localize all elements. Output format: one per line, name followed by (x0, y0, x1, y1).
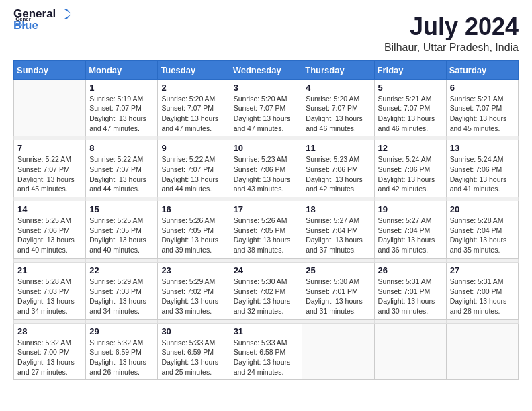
calendar-table: SundayMondayTuesdayWednesdayThursdayFrid… (13, 60, 519, 381)
day-number: 1 (89, 83, 154, 93)
day-info: Sunrise: 5:32 AM Sunset: 7:00 PM Dayligh… (17, 338, 82, 377)
day-cell-5: 5Sunrise: 5:21 AM Sunset: 7:07 PM Daylig… (374, 79, 446, 136)
month-year-title: July 2024 (384, 13, 519, 40)
logo: General Blue General Blue (13, 13, 72, 32)
day-info: Sunrise: 5:21 AM Sunset: 7:07 PM Dayligh… (450, 94, 515, 134)
day-info: Sunrise: 5:27 AM Sunset: 7:04 PM Dayligh… (306, 216, 370, 255)
weekday-header-saturday: Saturday (446, 60, 518, 79)
day-cell-4: 4Sunrise: 5:20 AM Sunset: 7:07 PM Daylig… (302, 79, 374, 136)
day-number: 7 (17, 143, 82, 153)
day-info: Sunrise: 5:20 AM Sunset: 7:07 PM Dayligh… (234, 94, 299, 134)
day-cell-26: 26Sunrise: 5:31 AM Sunset: 7:01 PM Dayli… (374, 262, 446, 319)
week-row-4: 21Sunrise: 5:28 AM Sunset: 7:03 PM Dayli… (14, 262, 519, 319)
day-number: 19 (378, 204, 443, 214)
day-number: 2 (161, 83, 226, 93)
week-row-1: 1Sunrise: 5:19 AM Sunset: 7:07 PM Daylig… (14, 79, 519, 136)
day-info: Sunrise: 5:21 AM Sunset: 7:07 PM Dayligh… (378, 94, 443, 134)
day-info: Sunrise: 5:32 AM Sunset: 6:59 PM Dayligh… (89, 338, 154, 377)
weekday-header-thursday: Thursday (302, 60, 374, 79)
day-cell-29: 29Sunrise: 5:32 AM Sunset: 6:59 PM Dayli… (86, 323, 158, 380)
day-number: 22 (89, 265, 154, 275)
day-cell-21: 21Sunrise: 5:28 AM Sunset: 7:03 PM Dayli… (14, 262, 86, 319)
day-cell-23: 23Sunrise: 5:29 AM Sunset: 7:02 PM Dayli… (158, 262, 230, 319)
day-info: Sunrise: 5:24 AM Sunset: 7:06 PM Dayligh… (378, 154, 443, 194)
weekday-header-sunday: Sunday (14, 60, 86, 79)
day-cell-1: 1Sunrise: 5:19 AM Sunset: 7:07 PM Daylig… (86, 79, 158, 136)
day-cell-6: 6Sunrise: 5:21 AM Sunset: 7:07 PM Daylig… (446, 79, 518, 136)
day-cell-16: 16Sunrise: 5:26 AM Sunset: 7:05 PM Dayli… (158, 201, 230, 259)
day-number: 26 (378, 265, 443, 275)
day-cell-11: 11Sunrise: 5:23 AM Sunset: 7:06 PM Dayli… (302, 140, 374, 197)
day-number: 18 (306, 204, 370, 214)
day-cell-15: 15Sunrise: 5:25 AM Sunset: 7:05 PM Dayli… (86, 201, 158, 259)
day-number: 29 (89, 326, 154, 336)
logo-arrow-icon (56, 7, 71, 21)
title-area: July 2024 Bilhaur, Uttar Pradesh, India (384, 13, 519, 54)
day-info: Sunrise: 5:20 AM Sunset: 7:07 PM Dayligh… (161, 94, 226, 134)
day-number: 17 (234, 204, 299, 214)
week-row-5: 28Sunrise: 5:32 AM Sunset: 7:00 PM Dayli… (14, 323, 519, 380)
day-info: Sunrise: 5:33 AM Sunset: 6:59 PM Dayligh… (161, 338, 226, 377)
day-cell-19: 19Sunrise: 5:27 AM Sunset: 7:04 PM Dayli… (374, 201, 446, 259)
day-number: 6 (450, 83, 515, 93)
day-number: 11 (306, 143, 370, 153)
day-number: 3 (234, 83, 299, 93)
day-number: 8 (89, 143, 154, 153)
day-number: 30 (161, 326, 226, 336)
day-cell-25: 25Sunrise: 5:30 AM Sunset: 7:01 PM Dayli… (302, 262, 374, 319)
day-info: Sunrise: 5:26 AM Sunset: 7:05 PM Dayligh… (161, 216, 226, 255)
day-cell-13: 13Sunrise: 5:24 AM Sunset: 7:06 PM Dayli… (446, 140, 518, 197)
day-info: Sunrise: 5:28 AM Sunset: 7:04 PM Dayligh… (450, 216, 515, 255)
day-info: Sunrise: 5:25 AM Sunset: 7:06 PM Dayligh… (17, 216, 82, 255)
weekday-header-tuesday: Tuesday (158, 60, 230, 79)
logo-content: General Blue General Blue (13, 13, 72, 32)
day-number: 21 (17, 265, 82, 275)
day-cell-3: 3Sunrise: 5:20 AM Sunset: 7:07 PM Daylig… (230, 79, 302, 136)
day-info: Sunrise: 5:25 AM Sunset: 7:05 PM Dayligh… (89, 216, 154, 255)
day-info: Sunrise: 5:22 AM Sunset: 7:07 PM Dayligh… (161, 154, 226, 194)
day-info: Sunrise: 5:28 AM Sunset: 7:03 PM Dayligh… (17, 277, 82, 316)
day-number: 15 (89, 204, 154, 214)
day-info: Sunrise: 5:20 AM Sunset: 7:07 PM Dayligh… (306, 94, 370, 134)
empty-cell (14, 79, 86, 136)
day-number: 9 (161, 143, 226, 153)
empty-cell (302, 323, 374, 380)
day-cell-10: 10Sunrise: 5:23 AM Sunset: 7:06 PM Dayli… (230, 140, 302, 197)
empty-cell (446, 323, 518, 380)
day-cell-20: 20Sunrise: 5:28 AM Sunset: 7:04 PM Dayli… (446, 201, 518, 259)
day-number: 25 (306, 265, 370, 275)
location-subtitle: Bilhaur, Uttar Pradesh, India (384, 42, 519, 54)
day-number: 12 (378, 143, 443, 153)
day-cell-12: 12Sunrise: 5:24 AM Sunset: 7:06 PM Dayli… (374, 140, 446, 197)
day-info: Sunrise: 5:23 AM Sunset: 7:06 PM Dayligh… (234, 154, 299, 194)
day-info: Sunrise: 5:27 AM Sunset: 7:04 PM Dayligh… (378, 216, 443, 255)
day-info: Sunrise: 5:33 AM Sunset: 6:58 PM Dayligh… (234, 338, 299, 377)
day-number: 23 (161, 265, 226, 275)
day-cell-7: 7Sunrise: 5:22 AM Sunset: 7:07 PM Daylig… (14, 140, 86, 197)
day-info: Sunrise: 5:24 AM Sunset: 7:06 PM Dayligh… (450, 154, 515, 194)
day-info: Sunrise: 5:22 AM Sunset: 7:07 PM Dayligh… (17, 154, 82, 194)
day-info: Sunrise: 5:23 AM Sunset: 7:06 PM Dayligh… (306, 154, 370, 194)
day-number: 16 (161, 204, 226, 214)
day-number: 31 (234, 326, 299, 336)
day-info: Sunrise: 5:30 AM Sunset: 7:02 PM Dayligh… (234, 277, 299, 316)
week-row-3: 14Sunrise: 5:25 AM Sunset: 7:06 PM Dayli… (14, 201, 519, 259)
day-cell-18: 18Sunrise: 5:27 AM Sunset: 7:04 PM Dayli… (302, 201, 374, 259)
day-number: 13 (450, 143, 515, 153)
weekday-header-row: SundayMondayTuesdayWednesdayThursdayFrid… (14, 60, 519, 79)
empty-cell (374, 323, 446, 380)
header: General Blue General Blue July 2024 Bilh… (13, 13, 519, 54)
weekday-header-wednesday: Wednesday (230, 60, 302, 79)
day-info: Sunrise: 5:31 AM Sunset: 7:00 PM Dayligh… (450, 277, 515, 316)
day-number: 20 (450, 204, 515, 214)
day-number: 4 (306, 83, 370, 93)
day-info: Sunrise: 5:30 AM Sunset: 7:01 PM Dayligh… (306, 277, 370, 316)
weekday-header-monday: Monday (86, 60, 158, 79)
day-info: Sunrise: 5:22 AM Sunset: 7:07 PM Dayligh… (89, 154, 154, 194)
day-cell-30: 30Sunrise: 5:33 AM Sunset: 6:59 PM Dayli… (158, 323, 230, 380)
day-info: Sunrise: 5:19 AM Sunset: 7:07 PM Dayligh… (89, 94, 154, 134)
day-info: Sunrise: 5:29 AM Sunset: 7:02 PM Dayligh… (161, 277, 226, 316)
day-cell-2: 2Sunrise: 5:20 AM Sunset: 7:07 PM Daylig… (158, 79, 230, 136)
day-info: Sunrise: 5:29 AM Sunset: 7:03 PM Dayligh… (89, 277, 154, 316)
day-cell-8: 8Sunrise: 5:22 AM Sunset: 7:07 PM Daylig… (86, 140, 158, 197)
